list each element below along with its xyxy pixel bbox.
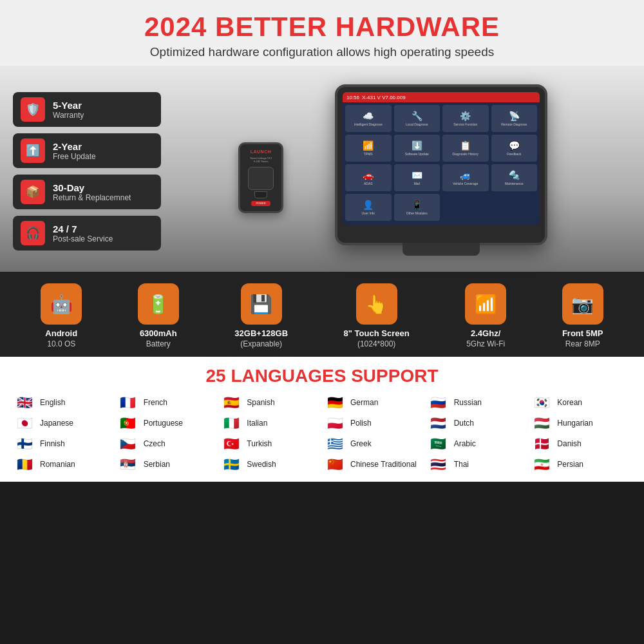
spec-label: 32GB+128GB (Expanable) (234, 328, 288, 349)
badge-main: 5-Year (53, 100, 84, 111)
lang-item: 🇫🇮 Finnish (13, 435, 114, 452)
tablet-app-label: Vehicle Coverage (453, 182, 478, 185)
spec-item: 🔋 6300mAh Battery (138, 283, 179, 349)
badge-icon: ⬆️ (21, 138, 45, 163)
spec-item: 🤖 Android 10.0 OS (41, 283, 82, 349)
flag-icon: 🇫🇷 (117, 394, 140, 411)
lang-name: Chinese Traditional (350, 460, 417, 469)
tablet-app-label: Feedback (507, 152, 521, 156)
tablet-app-item: ☁️Intelligent Diagnose (345, 105, 392, 132)
lang-item: 🇰🇷 Korean (530, 394, 631, 411)
languages-title: 25 LANGUAGES SUPPORT (13, 366, 631, 386)
tablet-app-item: 📶TPMS (345, 135, 392, 162)
tablet-stand (402, 243, 480, 256)
tablet-app-grid: ☁️Intelligent Diagnose🔧Local Diagnose⚙️S… (343, 102, 540, 223)
dongle-body (248, 167, 274, 190)
spec-label: 6300mAh Battery (140, 328, 177, 349)
tablet-app-label: Diagnostic History (453, 152, 478, 156)
lang-name: Korean (557, 398, 582, 407)
product-section: 🛡️ 5-Year Warranty ⬆️ 2-Year Free Update… (0, 66, 644, 272)
badge-text: 24 / 7 Post-sale Service (53, 223, 113, 243)
tablet-app-label: Local Diagnose (406, 122, 428, 126)
lang-name: Persian (557, 460, 583, 469)
tablet-app-icon: 📶 (363, 140, 374, 151)
badge-text: 30-Day Return & Replacemnet (53, 182, 131, 202)
flag-icon: 🇷🇸 (117, 456, 140, 473)
lang-item: 🇩🇰 Danish (530, 435, 631, 452)
tablet-app-item: 💬Feedback (491, 135, 538, 162)
badge-main: 24 / 7 (53, 223, 113, 234)
badge-item: 🛡️ 5-Year Warranty (13, 92, 161, 127)
badges-list: 🛡️ 5-Year Warranty ⬆️ 2-Year Free Update… (13, 92, 161, 251)
spec-main: Android (45, 328, 77, 339)
tablet-app-icon: ✉️ (412, 170, 422, 180)
lang-name: Turkish (247, 439, 272, 448)
lang-grid: 🇬🇧 English 🇫🇷 French 🇪🇸 Spanish 🇩🇪 Germa… (13, 394, 631, 473)
tablet-app-item: ⚙️Service Function (442, 105, 489, 132)
lang-item: 🇯🇵 Japanese (13, 415, 114, 431)
spec-icon: 🔋 (138, 283, 179, 325)
lang-item: 🇵🇹 Portuguese (117, 415, 218, 431)
header-section: 2024 BETTER HARDWARE Optimized hardware … (0, 0, 644, 66)
badge-icon: 📦 (21, 180, 45, 204)
flag-icon: 🇨🇿 (117, 435, 140, 452)
tablet-app-item: ✉️Mail (394, 164, 440, 191)
tablet-app-item: 🚗ADAS (345, 164, 392, 191)
lang-item: 🇫🇷 French (117, 394, 218, 411)
spec-main: 2.4Ghz/ (466, 328, 505, 339)
spec-item: 👆 8" Touch Screen (1024*800) (344, 283, 410, 349)
tablet-app-icon: 👤 (363, 200, 374, 210)
flag-icon: 🇸🇦 (427, 435, 450, 452)
flag-icon: 🇩🇰 (530, 435, 553, 452)
badge-icon: 🛡️ (21, 97, 45, 122)
lang-name: Swedish (247, 460, 276, 469)
flag-icon: 🇭🇺 (530, 415, 553, 431)
spec-item: 💾 32GB+128GB (Expanable) (234, 283, 288, 349)
flag-icon: 🇵🇱 (323, 415, 346, 431)
tablet-app-item: 👤User Info (345, 194, 392, 221)
spec-main: 8" Touch Screen (344, 328, 410, 339)
tablet-app-item: 📋Diagnostic History (442, 135, 489, 162)
tablet-device: 10:56 X-431 V V7.00.009 ☁️Intelligent Di… (335, 84, 547, 245)
lang-item: 🇭🇺 Hungarian (530, 415, 631, 431)
lang-item: 🇹🇭 Thai (427, 456, 528, 473)
header-year: 2024 (144, 12, 215, 42)
spec-label: 2.4Ghz/ 5Ghz Wi-Fi (466, 328, 505, 349)
tablet-app-icon: 🔩 (509, 170, 520, 180)
tablet-bar: 10:56 X-431 V V7.00.009 (343, 92, 540, 102)
lang-item: 🇸🇪 Swedish (220, 456, 321, 473)
spec-icon: 🤖 (41, 283, 82, 325)
lang-item: 🇮🇷 Persian (530, 456, 631, 473)
lang-name: Portuguese (144, 419, 183, 428)
flag-icon: 🇫🇮 (13, 435, 36, 452)
flag-icon: 🇯🇵 (13, 415, 36, 431)
tablet-app-icon: 📱 (412, 200, 422, 210)
badge-icon: 🎧 (21, 221, 45, 245)
lang-item: 🇷🇸 Serbian (117, 456, 218, 473)
dongle-device: LAUNCH Smart Linkage VCIX-431 Series POW… (238, 142, 283, 213)
tablet-app-label: Service Function (453, 122, 477, 126)
tablet-app-label: Remote Diagnose (501, 122, 527, 126)
spec-label: Front 5MP Rear 8MP (562, 328, 603, 349)
badge-sub: Free Update (53, 152, 96, 161)
flag-icon: 🇮🇹 (220, 415, 243, 431)
header-title: 2024 BETTER HARDWARE (6, 12, 638, 43)
spec-item: 📷 Front 5MP Rear 8MP (562, 283, 603, 349)
lang-item: 🇷🇺 Russian (427, 394, 528, 411)
badge-sub: Warranty (53, 111, 84, 120)
lang-name: Spanish (247, 398, 274, 407)
lang-name: Russian (454, 398, 482, 407)
tablet-screen: 10:56 X-431 V V7.00.009 ☁️Intelligent Di… (343, 92, 540, 225)
lang-name: Polish (350, 419, 372, 428)
lang-name: Thai (454, 460, 469, 469)
lang-name: Finnish (40, 439, 65, 448)
tablet-app-label: Intelligent Diagnose (354, 122, 383, 126)
tablet-app-label: ADAS (364, 182, 373, 185)
badge-sub: Post-sale Service (53, 234, 113, 243)
flag-icon: 🇳🇱 (427, 415, 450, 431)
spec-sub: 10.0 OS (45, 339, 77, 350)
spec-label: Android 10.0 OS (45, 328, 77, 349)
lang-item: 🇵🇱 Polish (323, 415, 424, 431)
lang-name: English (40, 398, 65, 407)
device-area: LAUNCH Smart Linkage VCIX-431 Series POW… (161, 84, 625, 258)
